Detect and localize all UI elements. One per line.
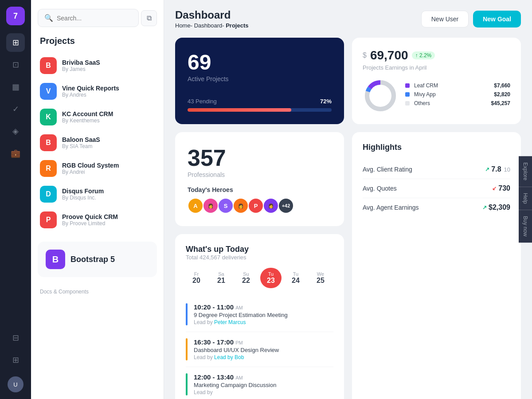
day-name: Tu <box>293 271 298 277</box>
earnings-badge: ↑ 2.2% <box>412 51 435 59</box>
pending-row: 43 Pending 72% <box>188 98 332 105</box>
event-time: 10:20 - 11:00 AM <box>194 303 333 311</box>
sidebar: 7 ⊞ ⊡ ▦ ✓ ◈ 💼 ⊟ ⊞ U <box>0 0 31 399</box>
pending-count: 43 Pending <box>188 98 217 105</box>
project-name: Disqus Forum <box>62 188 155 195</box>
project-name: KC Account CRM <box>62 110 155 117</box>
currency-symbol: $ <box>363 51 367 59</box>
event-lead: Lead by <box>194 389 333 395</box>
project-item[interactable]: R RGB Cloud System By Andrei <box>31 156 164 181</box>
new-user-button[interactable]: New User <box>421 11 469 27</box>
calendar-day[interactable]: Tu 24 <box>285 268 306 288</box>
highlight-name: Avg. Quotes <box>363 185 397 192</box>
heroes-title: Today's Heroes <box>188 186 332 193</box>
hero-avatar-b: 👩 <box>203 198 219 214</box>
active-projects-label: Active Projects <box>188 75 332 82</box>
legend-value: $2,820 <box>494 91 510 98</box>
calendar-day[interactable]: We 25 <box>310 268 331 288</box>
new-goal-button[interactable]: New Goal <box>473 11 521 27</box>
bootstrap-card[interactable]: B Bootstrap 5 <box>38 242 157 277</box>
legend-dot <box>405 101 410 106</box>
side-tab[interactable]: Explore <box>519 156 532 187</box>
side-tab[interactable]: Help <box>519 187 532 210</box>
project-item[interactable]: P Proove Quick CRM By Proove Limited <box>31 207 164 233</box>
highlight-value: ↙ 730 <box>492 184 510 192</box>
day-name: Su <box>243 271 249 277</box>
project-info: RGB Cloud System By Andrei <box>62 162 155 175</box>
user-avatar[interactable]: U <box>8 376 23 392</box>
earnings-amount: $ 69,700 ↑ 2.2% <box>363 48 510 63</box>
highlight-item: Avg. Agent Earnings ↗ $2,309 <box>363 198 510 217</box>
calendar-day[interactable]: Sa 21 <box>211 268 232 288</box>
header-actions: New User New Goal <box>421 11 521 27</box>
day-name: We <box>317 271 324 277</box>
day-number: 25 <box>317 277 325 285</box>
event-bar <box>186 338 188 360</box>
sidebar-item-layers[interactable]: ◈ <box>6 122 25 141</box>
side-tab[interactable]: Buy now <box>519 210 532 243</box>
calendar-day[interactable]: Tu 23 <box>260 268 282 288</box>
event-time: 12:00 - 13:40 AM <box>194 373 333 381</box>
event-item: 16:30 - 17:00 PM Dashboard UI/UX Design … <box>186 332 333 367</box>
sidebar-item-settings[interactable]: ⊟ <box>6 329 25 347</box>
legend-item: Leaf CRM $7,660 <box>405 82 510 89</box>
progress-fill <box>188 108 291 112</box>
hero-avatar-a: A <box>188 198 203 214</box>
calendar-day[interactable]: Fr 20 <box>186 268 207 288</box>
project-name: Proove Quick CRM <box>62 213 155 220</box>
project-icon: D <box>40 186 57 203</box>
highlights-title: Highlights <box>363 143 510 152</box>
bootstrap-icon: B <box>46 250 65 269</box>
project-by: By Keenthemes <box>62 117 155 124</box>
breadcrumb-home: Home- <box>175 22 192 29</box>
legend-value: $7,660 <box>494 82 510 89</box>
projects-panel: 🔍 ⧉ Projects B Briviba SaaS By James V V… <box>31 0 164 399</box>
project-item[interactable]: B Baloon SaaS By SIA Team <box>31 130 164 156</box>
earnings-legend: Leaf CRM $7,660 Mivy App $2,820 Others $… <box>405 82 510 109</box>
sidebar-item-grid[interactable]: ⊞ <box>6 351 25 369</box>
bootstrap-label: Bootstrap 5 <box>70 255 115 264</box>
calendar-row: Fr 20 Sa 21 Su 22 Tu 23 Tu 24 We 25 <box>186 268 333 288</box>
sidebar-item-modules[interactable]: ⊡ <box>6 55 25 74</box>
project-info: Proove Quick CRM By Proove Limited <box>62 213 155 227</box>
sidebar-item-workspace[interactable]: 💼 <box>6 144 25 163</box>
project-item[interactable]: B Briviba SaaS By James <box>31 53 164 78</box>
heroes-avatars: A 👩 S 👩 P 👩 +42 <box>188 198 332 214</box>
day-number: 24 <box>292 277 300 285</box>
project-by: By Andrei <box>62 169 155 175</box>
calendar-day[interactable]: Su 22 <box>235 268 257 288</box>
filter-button[interactable]: ⧉ <box>141 10 157 26</box>
earnings-chart-row: Leaf CRM $7,660 Mivy App $2,820 Others $… <box>363 78 510 113</box>
project-item[interactable]: V Vine Quick Reports By Andres <box>31 78 164 104</box>
highlight-value: ↗ $2,309 <box>482 203 510 211</box>
project-info: Baloon SaaS By SIA Team <box>62 136 155 149</box>
projects-title: Projects <box>31 36 164 46</box>
project-by: By Andres <box>62 92 155 98</box>
project-icon: P <box>40 211 57 228</box>
project-item[interactable]: D Disqus Forum By Disqus Inc. <box>31 181 164 207</box>
side-tabs: ExploreHelpBuy now <box>519 156 532 243</box>
sidebar-item-tasks[interactable]: ✓ <box>6 100 25 118</box>
day-name: Tu <box>268 271 274 277</box>
user-badge[interactable]: 7 <box>6 7 25 25</box>
sidebar-item-analytics[interactable]: ▦ <box>6 78 25 96</box>
heroes-section: Today's Heroes A 👩 S 👩 P 👩 +42 <box>188 186 332 214</box>
hero-avatar-c: 👩 <box>233 198 249 214</box>
legend-item: Others $45,257 <box>405 100 510 106</box>
event-lead-link[interactable]: Peter Marcus <box>214 319 246 325</box>
project-icon: V <box>40 83 57 100</box>
sidebar-item-dashboard[interactable]: ⊞ <box>6 33 25 52</box>
day-number: 23 <box>267 277 275 285</box>
docs-link[interactable]: Docs & Components <box>31 286 164 297</box>
project-info: Briviba SaaS By James <box>62 59 155 72</box>
legend-dot <box>405 92 410 97</box>
schedule-header: What's up Today Total 424,567 deliveries <box>186 245 333 261</box>
trend-icon: ↗ <box>482 204 487 211</box>
project-item[interactable]: K KC Account CRM By Keenthemes <box>31 104 164 130</box>
event-lead-link[interactable]: Lead by Bob <box>214 354 244 360</box>
search-input[interactable] <box>57 15 132 22</box>
event-period: AM <box>235 305 243 310</box>
project-icon: B <box>40 57 57 74</box>
hero-avatar-p: P <box>248 198 264 214</box>
event-item: 12:00 - 13:40 AM Marketing Campaign Disc… <box>186 367 333 399</box>
